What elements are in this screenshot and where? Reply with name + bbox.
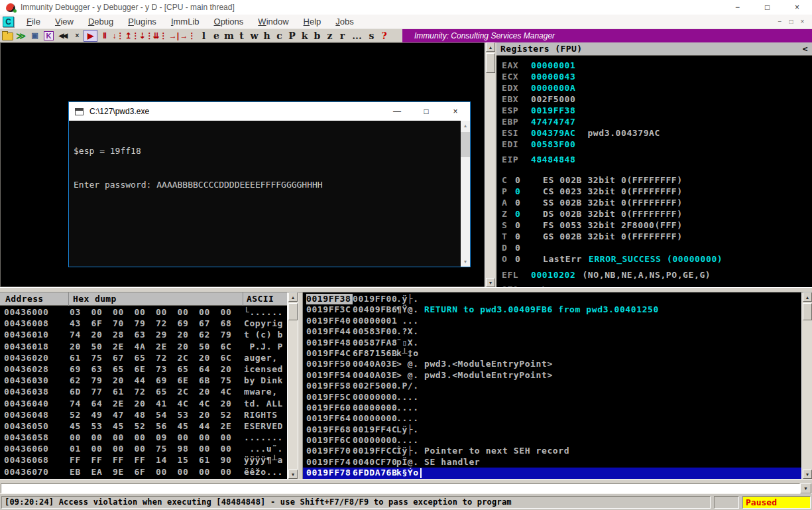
hex-row[interactable]: 00436018 20 50 2E 4A 2E 20 50 6C P.J. Pl <box>0 341 287 352</box>
attach-window-icon[interactable]: ▣ <box>28 30 42 42</box>
animate-into-icon[interactable]: ⇣⋮ <box>139 30 153 42</box>
letter-z-button[interactable]: z <box>323 31 336 41</box>
hex-row[interactable]: 00436028 69 63 65 6E 73 65 64 20 icensed <box>0 363 287 375</box>
hex-row[interactable]: 00436020 61 75 67 65 72 2C 20 6C auger, … <box>0 352 287 363</box>
scroll-down-icon[interactable]: ▾ <box>803 470 812 479</box>
letter-l-button[interactable]: l <box>198 31 210 41</box>
scroll-up-icon[interactable]: ▴ <box>803 292 812 302</box>
cpu-window-icon[interactable]: C <box>3 17 14 27</box>
scrollbar-thumb[interactable] <box>803 303 812 320</box>
hex-row[interactable]: 00436070 EB EA 9E 6F 00 00 00 00 ëêžo...… <box>0 466 287 478</box>
scrollbar-thumb[interactable] <box>461 132 470 157</box>
register-row[interactable]: ESP 0019FF38 <box>502 105 812 116</box>
letter-P-button[interactable]: P <box>286 31 298 41</box>
stack-row[interactable]: 0019FF60 00000000 .... <box>303 403 801 413</box>
register-row[interactable]: EIP 48484848 <box>502 154 812 165</box>
flag-row[interactable]: S 0 FS 0053 32bit 2F8000(FFF) <box>502 220 812 231</box>
menu-item[interactable]: Options <box>207 17 251 27</box>
menu-item[interactable]: Plugins <box>121 17 164 27</box>
flag-row[interactable]: A 0 SS 002B 32bit 0(FFFFFFFF) <box>502 197 812 208</box>
stack-row[interactable]: 0019FF78 6FDDA76B k§Ýo <box>303 468 801 478</box>
run-icon[interactable]: ▶ <box>84 30 97 42</box>
letter-b-button[interactable]: b <box>311 31 323 41</box>
stack-row[interactable]: 0019FF74 0040CF70 pÏ@. SE handler <box>303 457 801 468</box>
close-program-icon[interactable]: × <box>70 30 84 42</box>
console-titlebar[interactable]: C:\127\pwd3.exe — □ × <box>69 102 470 121</box>
hex-row[interactable]: 00436050 45 53 45 52 56 45 44 2E ESERVED… <box>0 420 287 432</box>
register-row[interactable]: ESI 004379AC pwd3.004379AC <box>502 127 812 139</box>
stack-row[interactable]: 0019FF40 00000001 ... <box>303 316 801 326</box>
run-to-user-code-icon[interactable]: →⋮ <box>181 30 195 42</box>
console-close-button[interactable]: × <box>441 102 470 121</box>
restart-icon[interactable]: ≫ <box>14 30 28 42</box>
hex-row[interactable]: 00436038 6D 77 61 72 65 2C 20 4C mware, … <box>0 386 287 397</box>
letter-t-button[interactable]: t <box>235 31 248 41</box>
mdi-close-button[interactable]: × <box>797 17 808 27</box>
menu-item[interactable]: Window <box>251 17 296 27</box>
immlib-k-icon[interactable]: K <box>44 31 54 40</box>
register-row[interactable]: EBX 002F5000 <box>502 94 812 105</box>
stack-row[interactable]: 0019FF48 00587FA8 ¨▯X. <box>303 338 801 348</box>
stack-row[interactable]: 0019FF68 0019FF4C Lÿ├. <box>303 424 801 435</box>
menu-item[interactable]: Help <box>296 17 329 27</box>
hex-row[interactable]: 00436010 74 20 28 63 29 20 62 79 t (c) b… <box>0 329 287 340</box>
help-question-button[interactable]: ? <box>378 31 390 41</box>
command-input[interactable] <box>1 483 800 493</box>
menu-item[interactable]: ImmLib <box>164 17 207 27</box>
mdi-restore-button[interactable]: □ <box>785 17 797 27</box>
scroll-up-icon[interactable]: ▴ <box>461 121 470 131</box>
console-body[interactable]: $esp = 19ff18 Enter password: AAAABBBBCC… <box>69 121 470 267</box>
stack-row[interactable]: 0019FF38 0019FF00 .ÿ├. <box>303 294 801 304</box>
command-dropdown-icon[interactable]: ▼ <box>800 483 811 493</box>
animate-over-icon[interactable]: ⇊⋮ <box>153 30 167 42</box>
rewind-icon[interactable]: ◀◀ <box>56 30 70 42</box>
hex-row[interactable]: 00436000 03 00 00 00 00 00 00 00 └......… <box>0 306 287 318</box>
menu-item[interactable]: Debug <box>81 17 121 27</box>
register-row[interactable]: EBP 47474747 <box>502 116 812 127</box>
scroll-up-icon[interactable]: ▴ <box>486 42 495 52</box>
column-divider[interactable] <box>68 292 69 306</box>
register-row[interactable]: ECX 00000043 <box>502 71 812 82</box>
stack-row[interactable]: 0019FF58 002F5000 .P/. <box>303 381 801 391</box>
letter-w-button[interactable]: w <box>248 31 261 41</box>
ellipsis-button[interactable]: ... <box>349 31 365 41</box>
letter-h-button[interactable]: h <box>261 31 273 41</box>
console-minimize-button[interactable]: — <box>382 102 412 121</box>
stack-row[interactable]: 0019FF70 0019FFCC Ìÿ├. Pointer to next S… <box>303 446 801 456</box>
scrollbar-thumb[interactable] <box>288 303 298 320</box>
stack-row[interactable]: 0019FF44 00583F00 .?X. <box>303 326 801 337</box>
menu-item[interactable]: Jobs <box>328 17 361 27</box>
collapse-icon[interactable]: < <box>803 44 808 54</box>
menu-item[interactable]: File <box>19 17 48 27</box>
step-over-icon[interactable]: ↥⋮ <box>125 30 139 42</box>
disassembly-scrollbar[interactable]: ▴ ▾ <box>485 42 495 287</box>
hexdump-scrollbar[interactable]: ▴ ▾ <box>287 292 298 479</box>
register-row[interactable]: EDI 00583F00 <box>502 139 812 150</box>
console-window[interactable]: C:\127\pwd3.exe — □ × $esp = 19ff18 Ente… <box>68 101 471 267</box>
scrollbar-thumb[interactable] <box>486 53 495 73</box>
letter-c-button[interactable]: c <box>273 31 286 41</box>
flag-row[interactable]: Z 0 DS 002B 32bit 0(FFFFFFFF) <box>502 208 812 220</box>
scroll-down-icon[interactable]: ▾ <box>288 470 298 479</box>
flag-row[interactable]: C 0 ES 002B 32bit 0(FFFFFFFF) <box>502 174 812 186</box>
hex-row[interactable]: 00436068 FF FF FF FF 14 15 61 90 ÿÿÿÿ¶┴a… <box>0 454 287 466</box>
stack-row[interactable]: 0019FF6C 00000000 .... <box>303 435 801 446</box>
stack-row[interactable]: 0019FF5C 00000000 .... <box>303 392 801 403</box>
stack-row[interactable]: 0019FF54 0040A03E > @. pwd3.<ModuleEntry… <box>303 370 801 381</box>
hex-row[interactable]: 00436040 74 64 2E 20 41 4C 4C 20 td. ALL <box>0 398 287 409</box>
flag-row[interactable]: T 0 GS 002B 32bit 0(FFFFFFFF) <box>502 231 812 242</box>
open-file-icon[interactable] <box>0 30 14 42</box>
pause-icon[interactable]: II <box>97 30 111 42</box>
letter-m-button[interactable]: m <box>223 31 235 41</box>
flag-row[interactable]: P 0 CS 0023 32bit 0(FFFFFFFF) <box>502 186 812 197</box>
scroll-up-icon[interactable]: ▴ <box>288 292 298 302</box>
letter-e-button[interactable]: e <box>210 31 223 41</box>
scroll-down-icon[interactable]: ▾ <box>486 278 495 287</box>
letter-r-button[interactable]: r <box>336 31 349 41</box>
hex-row[interactable]: 00436060 01 00 00 00 75 98 00 00 ...u˜.. <box>0 443 287 454</box>
console-maximize-button[interactable]: □ <box>412 102 441 121</box>
efl-row[interactable]: EFL 00010202 (NO,NB,NE,A,NS,PO,GE,G) <box>502 269 812 281</box>
stack-row[interactable]: 0019FF3C 00409FB6 ¶Ÿ@. RETURN to pwd3.00… <box>303 304 801 315</box>
minimize-button[interactable]: − <box>723 0 752 15</box>
execute-till-return-icon[interactable]: →| <box>167 30 181 42</box>
